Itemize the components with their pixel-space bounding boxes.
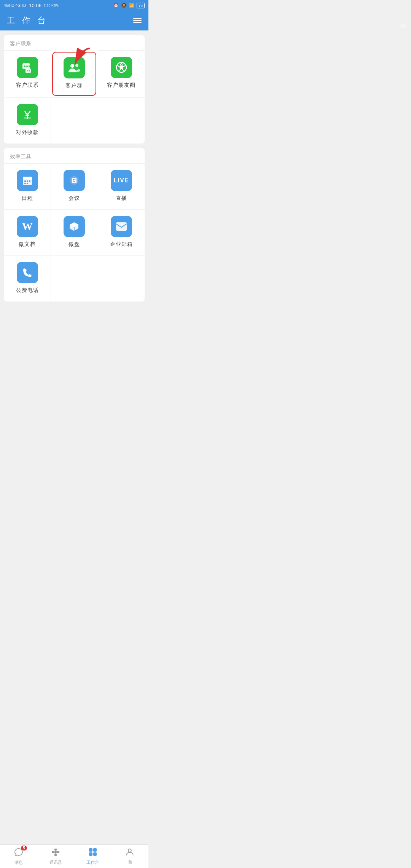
svg-rect-32 — [116, 222, 127, 231]
notification-icon: 🔕 — [121, 3, 127, 8]
meeting-label: 会议 — [68, 195, 80, 202]
phone-icon — [17, 262, 38, 283]
time: 10:06 — [29, 3, 41, 8]
svg-rect-21 — [24, 117, 31, 119]
speed: 2.10 KB/s — [44, 3, 59, 7]
svg-point-30 — [73, 179, 74, 180]
grid-item-payment[interactable]: 对外收款 — [4, 97, 51, 144]
svg-point-9 — [75, 64, 78, 67]
svg-line-14 — [122, 69, 125, 72]
tools-grid: 日程 会议 LIVE — [4, 163, 145, 302]
email-label: 企业邮箱 — [110, 241, 133, 248]
grid-item-weidoc[interactable]: W 微文档 — [4, 209, 51, 255]
customer-section-title: 客户联系 — [4, 35, 145, 50]
grid-item-meeting[interactable]: 会议 — [51, 163, 97, 209]
grid-item-empty-2 — [98, 97, 145, 144]
wifi-icon: 📶 — [129, 3, 134, 8]
email-icon — [111, 216, 132, 237]
tools-section: 效率工具 日程 — [4, 148, 145, 302]
alarm-icon: ⏰ — [113, 3, 119, 8]
weidisk-icon — [64, 216, 85, 237]
svg-point-6 — [29, 70, 30, 72]
weidoc-icon: W — [17, 216, 38, 237]
schedule-icon — [17, 170, 38, 191]
grid-item-customer-moments[interactable]: 客户朋友圈 — [98, 50, 145, 97]
battery: 75 — [137, 3, 145, 8]
customer-section: 客户联系 客户联系 — [4, 35, 145, 144]
top-bar: 工 作 台 ⚙ — [0, 11, 148, 30]
svg-rect-26 — [29, 180, 30, 182]
grid-item-customer-group-wrapper: 客户群 — [51, 50, 97, 97]
grid-item-schedule[interactable]: 日程 — [4, 163, 51, 209]
svg-rect-27 — [24, 183, 26, 184]
menu-settings-button[interactable]: ⚙ — [133, 18, 142, 23]
svg-rect-24 — [24, 180, 26, 182]
live-icon: LIVE — [111, 170, 132, 191]
payment-label: 对外收款 — [16, 129, 39, 136]
live-text: LIVE — [114, 177, 129, 184]
grid-item-empty-3 — [51, 255, 97, 302]
grid-item-weidisk[interactable]: 微盘 — [51, 209, 97, 255]
weidisk-label: 微盘 — [68, 241, 80, 248]
grid-item-email[interactable]: 企业邮箱 — [98, 209, 145, 255]
grid-item-phone[interactable]: 公费电话 — [4, 255, 51, 302]
status-bar: 4GHD 4GHD 10:06 2.10 KB/s ⏰ 🔕 📶 75 — [0, 0, 148, 11]
tools-section-title: 效率工具 — [4, 148, 145, 163]
grid-item-customer-contact[interactable]: 客户联系 — [4, 50, 51, 97]
schedule-label: 日程 — [22, 195, 33, 202]
customer-group-label: 客户群 — [65, 82, 83, 89]
phone-label: 公费电话 — [16, 287, 39, 294]
svg-rect-28 — [27, 183, 28, 184]
customer-contact-icon — [17, 57, 38, 78]
customer-contact-label: 客户联系 — [16, 82, 39, 89]
svg-rect-23 — [23, 177, 32, 179]
grid-item-empty-4 — [98, 255, 145, 302]
grid-item-customer-group[interactable]: 客户群 — [52, 52, 96, 96]
main-content: 客户联系 客户联系 — [0, 30, 148, 337]
svg-point-1 — [24, 65, 25, 67]
grid-item-empty-1 — [51, 97, 97, 144]
svg-line-15 — [118, 69, 121, 72]
svg-point-2 — [26, 65, 28, 67]
payment-icon — [17, 104, 38, 125]
meeting-icon — [64, 170, 85, 191]
svg-rect-25 — [27, 180, 28, 182]
status-right: ⏰ 🔕 📶 75 — [113, 3, 145, 8]
customer-grid: 客户联系 — [4, 50, 145, 144]
customer-moments-icon — [111, 57, 132, 78]
svg-point-5 — [27, 70, 28, 72]
svg-point-11 — [119, 65, 123, 69]
customer-group-icon — [64, 57, 85, 78]
grid-item-live[interactable]: LIVE 直播 — [98, 163, 145, 209]
live-label: 直播 — [116, 195, 127, 202]
weidoc-label: 微文档 — [19, 241, 36, 248]
customer-moments-label: 客户朋友圈 — [107, 82, 135, 89]
status-left: 4GHD 4GHD 10:06 2.10 KB/s — [4, 3, 59, 8]
signal-text: 4GHD 4GHD — [4, 3, 26, 8]
page-title: 工 作 台 — [7, 15, 48, 26]
svg-point-8 — [70, 64, 74, 68]
svg-point-3 — [29, 65, 30, 67]
svg-point-31 — [75, 179, 76, 180]
